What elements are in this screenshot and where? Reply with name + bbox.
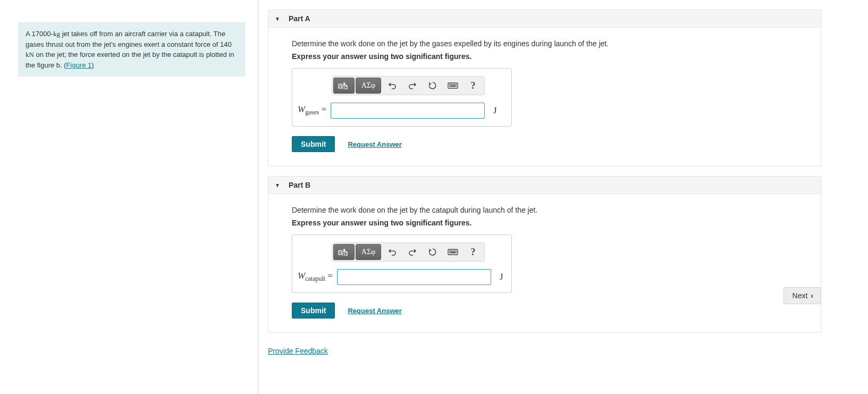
svg-point-7	[454, 84, 455, 85]
svg-rect-14	[344, 253, 347, 255]
svg-rect-10	[451, 86, 455, 87]
request-answer-link-b[interactable]: Request Answer	[348, 307, 401, 315]
greek-symbols-button[interactable]: ΑΣφ	[356, 78, 381, 94]
problem-statement: A 17000-kg jet takes off from an aircraf…	[18, 22, 245, 77]
help-icon[interactable]: ?	[463, 245, 483, 259]
svg-rect-0	[339, 84, 342, 88]
svg-point-5	[451, 84, 452, 85]
problem-text: on the jet; the force exerted on the jet…	[26, 51, 234, 69]
svg-point-9	[449, 86, 450, 87]
answer-input-a[interactable]	[331, 103, 485, 119]
equation-toolbar: x ΑΣφ	[332, 242, 485, 262]
part-a-instructions: Express your answer using two significan…	[292, 52, 803, 61]
greek-symbols-button[interactable]: ΑΣφ	[356, 244, 381, 260]
svg-point-19	[454, 250, 455, 252]
variable-label-a: Wgases =	[298, 104, 331, 116]
unit-label-a: J	[485, 105, 497, 116]
svg-rect-12	[339, 250, 342, 255]
templates-icon[interactable]: x	[333, 244, 355, 260]
svg-rect-2	[344, 86, 347, 89]
chevron-right-icon: ›	[811, 291, 813, 300]
part-b-instructions: Express your answer using two significan…	[292, 219, 803, 227]
svg-point-11	[456, 86, 457, 87]
svg-point-8	[456, 84, 457, 85]
answer-box-b: x ΑΣφ	[292, 234, 512, 293]
svg-point-4	[449, 84, 450, 85]
answer-box-a: x ΑΣφ	[292, 68, 512, 127]
redo-icon[interactable]	[402, 78, 423, 93]
undo-icon[interactable]	[382, 78, 402, 93]
keyboard-icon[interactable]	[443, 245, 463, 259]
reset-icon[interactable]	[423, 245, 443, 259]
problem-sidebar: A 17000-kg jet takes off from an aircraf…	[0, 0, 258, 394]
submit-button-b[interactable]: Submit	[292, 303, 335, 318]
unit-kN: kN	[26, 51, 34, 58]
svg-point-20	[456, 250, 457, 252]
svg-point-17	[451, 250, 452, 252]
part-b-title: Part B	[289, 181, 310, 189]
request-answer-link-a[interactable]: Request Answer	[348, 140, 401, 148]
next-label: Next	[793, 291, 808, 300]
problem-text: A 17000-	[26, 30, 53, 38]
svg-point-18	[452, 250, 453, 252]
figure-link[interactable]: Figure 1	[66, 61, 92, 69]
svg-point-21	[449, 252, 450, 253]
part-a-header[interactable]: ▼ Part A	[268, 10, 821, 28]
undo-icon[interactable]	[382, 245, 402, 259]
svg-point-6	[452, 84, 453, 85]
part-b-header[interactable]: ▼ Part B	[268, 177, 821, 194]
keyboard-icon[interactable]	[443, 78, 463, 93]
part-b: ▼ Part B Determine the work done on the …	[268, 176, 821, 333]
unit-label-b: J	[491, 272, 503, 282]
templates-icon[interactable]: x	[333, 78, 355, 94]
problem-text: )	[91, 61, 94, 69]
part-a-prompt: Determine the work done on the jet by th…	[292, 39, 803, 48]
unit-kg: kg	[53, 30, 60, 38]
part-a: ▼ Part A Determine the work done on the …	[268, 10, 821, 166]
submit-button-a[interactable]: Submit	[292, 136, 335, 152]
part-a-title: Part A	[289, 14, 310, 23]
variable-label-b: Wcatapult =	[298, 271, 337, 283]
svg-point-16	[449, 250, 450, 252]
answer-input-b[interactable]	[337, 269, 491, 285]
collapse-icon: ▼	[275, 182, 280, 188]
part-b-prompt: Determine the work done on the jet by th…	[292, 206, 803, 214]
reset-icon[interactable]	[423, 78, 443, 93]
svg-rect-22	[451, 252, 455, 253]
help-icon[interactable]: ?	[463, 78, 483, 93]
provide-feedback-link[interactable]: Provide Feedback	[268, 347, 328, 355]
next-button[interactable]: Next ›	[783, 287, 821, 304]
redo-icon[interactable]	[402, 245, 423, 259]
equation-toolbar: x ΑΣφ	[332, 76, 485, 95]
collapse-icon: ▼	[275, 16, 280, 22]
svg-point-23	[456, 252, 457, 253]
